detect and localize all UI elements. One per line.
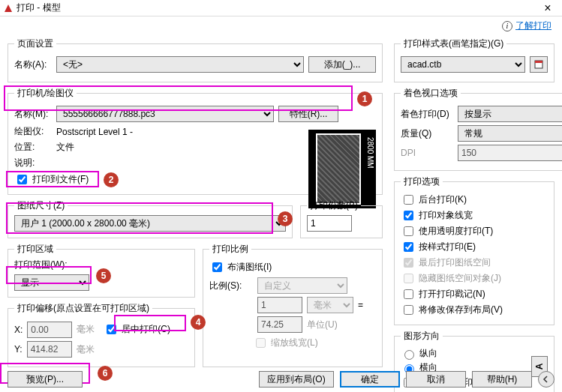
paper-dim: 2800 MM — [366, 137, 374, 169]
opt-bg-label: 后台打印(K) — [419, 193, 467, 206]
opt-hide-label: 隐藏图纸空间对象(J) — [419, 272, 501, 285]
opt-stamp-checkbox[interactable] — [404, 289, 413, 299]
badge-5: 5 — [96, 268, 111, 283]
scale-unit2-label: 单位(U) — [307, 319, 338, 331]
offset-x-label: X: — [14, 325, 23, 335]
location-label: 位置: — [14, 141, 52, 154]
desc-label: 说明: — [14, 157, 52, 169]
collapse-button[interactable] — [538, 371, 554, 388]
style-table-group: 打印样式表(画笔指定)(G) acad.ctb — [394, 37, 554, 82]
paper-size-select[interactable]: 用户 1 (2000.00 x 2800.00 毫米) — [14, 215, 286, 232]
offset-y-input — [27, 341, 72, 358]
paper-size-group: 图纸尺寸(Z) 用户 1 (2000.00 x 2800.00 毫米) — [8, 199, 293, 238]
opt-hide-checkbox — [404, 274, 413, 283]
print-area-legend: 打印区域 — [14, 243, 56, 256]
quality-label: 质量(Q) — [401, 127, 453, 140]
offset-y-unit: 毫米 — [77, 343, 95, 356]
opt-lw-label: 打印对象线宽 — [419, 209, 473, 222]
scale-num2-input — [257, 316, 302, 333]
badge-3: 3 — [278, 211, 293, 226]
learn-print-link[interactable]: 了解打印 — [515, 19, 551, 32]
copies-group: 打印份数(B) — [300, 199, 383, 238]
opt-last-label: 最后打印图纸空间 — [419, 256, 491, 269]
opt-trans-checkbox[interactable] — [404, 226, 413, 236]
opt-save-label: 将修改保存到布局(V) — [419, 304, 503, 316]
chevron-left-icon — [542, 376, 550, 383]
badge-1: 1 — [357, 91, 372, 106]
title-bar: 打印 - 模型 × — [0, 0, 562, 16]
copies-legend: 打印份数(B) — [307, 199, 361, 212]
print-range-select[interactable]: 显示 — [14, 274, 89, 291]
offset-y-label: Y: — [14, 344, 23, 355]
opt-last-checkbox — [404, 258, 413, 268]
style-table-select[interactable]: acad.ctb — [401, 56, 525, 73]
scale-lineweight-label: 缩放线宽(L) — [271, 337, 318, 349]
info-icon: i — [502, 21, 512, 31]
pagesetup-name-label: 名称(A): — [14, 58, 52, 71]
paper-size-legend: 图纸尺寸(Z) — [14, 199, 68, 212]
opt-bg-checkbox[interactable] — [404, 195, 413, 205]
apply-layout-button[interactable]: 应用到布局(O) — [259, 371, 334, 388]
printer-name-select[interactable]: 555566666777888.pc3 — [56, 106, 274, 122]
offset-x-input — [27, 322, 72, 338]
edit-icon — [533, 59, 544, 70]
portrait-radio[interactable] — [404, 350, 414, 360]
app-logo — [3, 3, 14, 13]
preview-button[interactable]: 预览(P)... — [8, 371, 83, 388]
center-print-checkbox[interactable] — [107, 325, 116, 334]
portrait-label: 纵向 — [419, 347, 437, 360]
pagesetup-name-select[interactable]: <无> — [56, 56, 304, 73]
style-table-edit-button[interactable] — [530, 56, 548, 73]
copies-input[interactable] — [307, 215, 352, 232]
opt-style-checkbox[interactable] — [404, 242, 413, 252]
quality-select[interactable]: 常规 — [458, 125, 562, 142]
dpi-label: DPI — [401, 148, 453, 158]
offset-legend: 打印偏移(原点设置在可打印区域) — [14, 302, 152, 315]
viewport-legend: 着色视口选项 — [401, 87, 461, 100]
page-setup-group: 页面设置 名称(A): <无> 添加(_)... — [8, 37, 383, 82]
shade-select[interactable]: 按显示 — [458, 106, 562, 122]
scale-num1-input — [257, 297, 302, 313]
paper-preview-thumb: 2800 MM — [308, 130, 376, 208]
printer-name-label: 名称(M): — [14, 108, 52, 121]
fit-to-paper-checkbox[interactable] — [212, 262, 222, 272]
equals-icon: = — [358, 300, 363, 310]
printer-legend: 打印机/绘图仪 — [14, 87, 77, 100]
print-to-file-label: 打印到文件(F) — [32, 173, 89, 186]
opt-style-label: 按样式打印(E) — [419, 241, 476, 253]
orientation-legend: 图形方向 — [401, 330, 443, 343]
svg-rect-1 — [535, 61, 542, 63]
dpi-input — [458, 145, 562, 161]
scale-group: 打印比例 布满图纸(I) 比例(S): 自定义 毫米 = 单位(U) 缩 — [203, 243, 383, 367]
scale-lineweight-checkbox — [256, 338, 266, 348]
viewport-group: 着色视口选项 着色打印(D)按显示 质量(Q)常规 DPI — [394, 87, 562, 171]
shade-label: 着色打印(D) — [401, 108, 453, 121]
printer-props-button[interactable]: 特性(R)... — [278, 106, 338, 122]
close-icon[interactable]: × — [536, 1, 559, 15]
opt-lw-checkbox[interactable] — [404, 211, 413, 220]
cancel-button[interactable]: 取消 — [406, 371, 466, 388]
fit-to-paper-label: 布满图纸(I) — [227, 261, 272, 274]
opt-stamp-label: 打开打印戳记(N) — [419, 288, 485, 301]
add-button[interactable]: 添加(_)... — [308, 56, 376, 73]
ok-button[interactable]: 确定 — [340, 371, 400, 388]
badge-2: 2 — [104, 172, 119, 187]
style-table-legend: 打印样式表(画笔指定)(G) — [401, 37, 506, 50]
opt-save-checkbox[interactable] — [404, 305, 413, 315]
badge-4: 4 — [191, 315, 206, 330]
opt-trans-label: 使用透明度打印(T) — [419, 225, 493, 238]
window-title: 打印 - 模型 — [17, 1, 536, 14]
plotter-label: 绘图仪: — [14, 125, 52, 138]
scale-ratio-select: 自定义 — [257, 277, 347, 294]
scale-ratio-label: 比例(S): — [209, 280, 253, 292]
help-button[interactable]: 帮助(H) — [472, 371, 532, 388]
scale-unit1-select: 毫米 — [307, 297, 353, 313]
print-to-file-checkbox[interactable] — [17, 175, 27, 184]
center-print-label: 居中打印(C) — [122, 323, 170, 336]
scale-legend: 打印比例 — [209, 243, 251, 256]
offset-group: 打印偏移(原点设置在可打印区域) X: 毫米 居中打印(C) Y: 毫米 — [8, 302, 195, 367]
print-options-group: 打印选项 后台打印(K) 打印对象线宽 使用透明度打印(T) 按样式打印(E) … — [394, 175, 554, 325]
plotter-value: Postscript Level 1 - — [56, 127, 133, 137]
print-options-legend: 打印选项 — [401, 175, 443, 188]
location-value: 文件 — [56, 141, 74, 154]
